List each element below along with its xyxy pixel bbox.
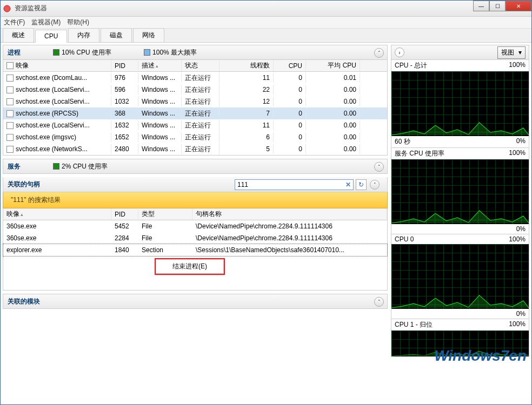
handles-header[interactable]: 关联的句柄 ✕ ↻ ˄ <box>3 177 388 192</box>
chart-2: CPU 0100%0% <box>391 234 529 319</box>
col-pid[interactable]: PID <box>111 61 138 71</box>
left-pane: 进程 10% CPU 使用率 100% 最大频率 ˄ 映像 PID 描述▴ 状态… <box>3 45 388 402</box>
search-results-banner: "111" 的搜索结果 <box>3 192 388 208</box>
cpu-usage-meter: 10% CPU 使用率 <box>53 48 111 57</box>
table-row[interactable]: explorer.exe1840Section\Sessions\1\BaseN… <box>3 244 387 256</box>
blue-swatch-icon <box>144 49 150 56</box>
refresh-button[interactable]: ↻ <box>356 179 367 190</box>
chart-canvas <box>391 71 529 136</box>
modules-title: 关联的模块 <box>8 297 40 306</box>
chart-title: CPU 0 <box>395 235 414 243</box>
checkbox-icon[interactable] <box>6 122 14 129</box>
checkbox-icon[interactable] <box>6 75 14 82</box>
right-pane-header: › 视图 ▾ <box>391 45 529 60</box>
tab-cpu[interactable]: CPU <box>35 30 67 43</box>
clear-search-icon[interactable]: ✕ <box>345 181 351 188</box>
checkbox-icon[interactable] <box>6 134 14 141</box>
table-row[interactable]: svchost.exe (imgsvc)1652Windows ...正在运行6… <box>3 131 387 143</box>
handles-title: 关联的句柄 <box>8 180 235 189</box>
expand-modules-button[interactable]: ˅ <box>374 297 384 307</box>
green-swatch-icon <box>53 49 59 56</box>
checkbox-icon[interactable] <box>6 110 14 117</box>
window-title: 资源监视器 <box>15 4 47 13</box>
menubar: 文件(F) 监视器(M) 帮助(H) <box>1 17 531 29</box>
col-image[interactable]: 映像 <box>3 60 111 71</box>
minimize-button[interactable]: — <box>473 1 489 11</box>
chart-max: 100% <box>509 235 526 243</box>
services-header[interactable]: 服务 2% CPU 使用率 ˅ <box>3 159 388 174</box>
chart-max: 100% <box>509 149 526 158</box>
titlebar[interactable]: 资源监视器 — ☐ ✕ <box>1 1 531 17</box>
tabs: 概述 CPU 内存 磁盘 网络 <box>1 29 531 43</box>
checkbox-icon[interactable] <box>6 86 14 93</box>
close-button[interactable]: ✕ <box>506 1 531 11</box>
chart-foot-right: 0% <box>516 225 526 233</box>
chart-canvas <box>391 330 529 356</box>
table-row[interactable]: svchost.exe (RPCSS)368Windows ...正在运行700… <box>3 107 387 119</box>
chevron-down-icon: ▾ <box>518 49 522 56</box>
processes-body: svchost.exe (DcomLau...976Windows ...正在运… <box>3 72 388 156</box>
menu-monitor[interactable]: 监视器(M) <box>31 18 61 27</box>
chart-max: 100% <box>509 61 526 70</box>
hcol-name[interactable]: 句柄名称 <box>192 208 387 220</box>
chart-3: CPU 1 - 归位100% <box>391 319 529 357</box>
chart-foot-left: 60 秒 <box>395 137 410 146</box>
chart-0: CPU - 总计100%60 秒0% <box>391 60 529 148</box>
chart-foot-right: 0% <box>516 137 526 146</box>
hcol-image[interactable]: 映像▴ <box>3 208 111 220</box>
charts-container: CPU - 总计100%60 秒0%服务 CPU 使用率100%0%CPU 01… <box>391 60 529 357</box>
tab-overview[interactable]: 概述 <box>3 28 34 42</box>
handles-columns: 映像▴ PID 类型 句柄名称 <box>3 208 388 220</box>
col-avg[interactable]: 平均 CPU <box>306 60 360 71</box>
menu-help[interactable]: 帮助(H) <box>67 18 89 27</box>
main-window: 资源监视器 — ☐ ✕ 文件(F) 监视器(M) 帮助(H) 概述 CPU 内存… <box>0 0 532 405</box>
table-row[interactable]: svchost.exe (LocalServi...1032Windows ..… <box>3 96 387 107</box>
collapse-handles-button[interactable]: ˄ <box>370 180 380 190</box>
view-dropdown[interactable]: 视图 ▾ <box>497 46 526 59</box>
hcol-type[interactable]: 类型 <box>138 208 192 220</box>
collapse-processes-button[interactable]: ˄ <box>374 48 384 58</box>
content: 进程 10% CPU 使用率 100% 最大频率 ˄ 映像 PID 描述▴ 状态… <box>1 43 531 404</box>
app-icon <box>3 4 11 13</box>
table-row[interactable]: 360se.exe5452File\Device\NamedPipe\chrom… <box>3 220 387 232</box>
end-process-item[interactable]: 结束进程(E) <box>156 259 224 274</box>
processes-header[interactable]: 进程 10% CPU 使用率 100% 最大频率 ˄ <box>3 45 388 60</box>
handles-search-input[interactable]: ✕ <box>235 179 354 190</box>
tab-memory[interactable]: 内存 <box>68 28 99 42</box>
col-threads[interactable]: 线程数 <box>220 60 274 71</box>
table-row[interactable]: svchost.exe (LocalServi...596Windows ...… <box>3 84 387 96</box>
table-row[interactable]: 360se.exe2284File\Device\NamedPipe\chrom… <box>3 232 387 244</box>
search-field[interactable] <box>237 181 343 188</box>
services-title: 服务 <box>8 162 21 171</box>
tab-disk[interactable]: 磁盘 <box>101 28 132 42</box>
checkbox-icon[interactable] <box>6 62 14 69</box>
table-row[interactable]: svchost.exe (LocalServi...1632Windows ..… <box>3 119 387 131</box>
expand-services-button[interactable]: ˅ <box>374 162 384 172</box>
hcol-pid[interactable]: PID <box>111 210 138 219</box>
freq-meter: 100% 最大频率 <box>144 48 197 57</box>
chart-1: 服务 CPU 使用率100%0% <box>391 148 529 234</box>
col-desc[interactable]: 描述▴ <box>138 60 182 71</box>
right-pane: › 视图 ▾ CPU - 总计100%60 秒0%服务 CPU 使用率100%0… <box>391 45 529 402</box>
chart-canvas <box>391 244 529 309</box>
window-controls: — ☐ ✕ <box>473 1 531 11</box>
maximize-button[interactable]: ☐ <box>489 1 506 11</box>
collapse-right-button[interactable]: › <box>395 48 404 57</box>
tab-network[interactable]: 网络 <box>133 28 164 42</box>
context-menu: 结束进程(E) <box>155 258 225 275</box>
table-row[interactable]: svchost.exe (NetworkS...2480Windows ...正… <box>3 143 387 155</box>
green-swatch-icon <box>53 163 59 170</box>
modules-header[interactable]: 关联的模块 ˅ <box>3 294 388 309</box>
col-cpu[interactable]: CPU <box>274 61 306 71</box>
handles-body: 360se.exe5452File\Device\NamedPipe\chrom… <box>3 220 388 291</box>
svg-point-0 <box>4 5 10 12</box>
table-row[interactable]: svchost.exe (DcomLau...976Windows ...正在运… <box>3 72 387 84</box>
checkbox-icon[interactable] <box>6 98 14 105</box>
chart-max: 100% <box>509 320 526 329</box>
chart-title: CPU 1 - 归位 <box>395 320 433 329</box>
chart-canvas <box>391 159 529 224</box>
col-state[interactable]: 状态 <box>182 60 220 71</box>
chart-title: 服务 CPU 使用率 <box>395 149 444 158</box>
checkbox-icon[interactable] <box>6 146 14 153</box>
menu-file[interactable]: 文件(F) <box>4 18 25 27</box>
